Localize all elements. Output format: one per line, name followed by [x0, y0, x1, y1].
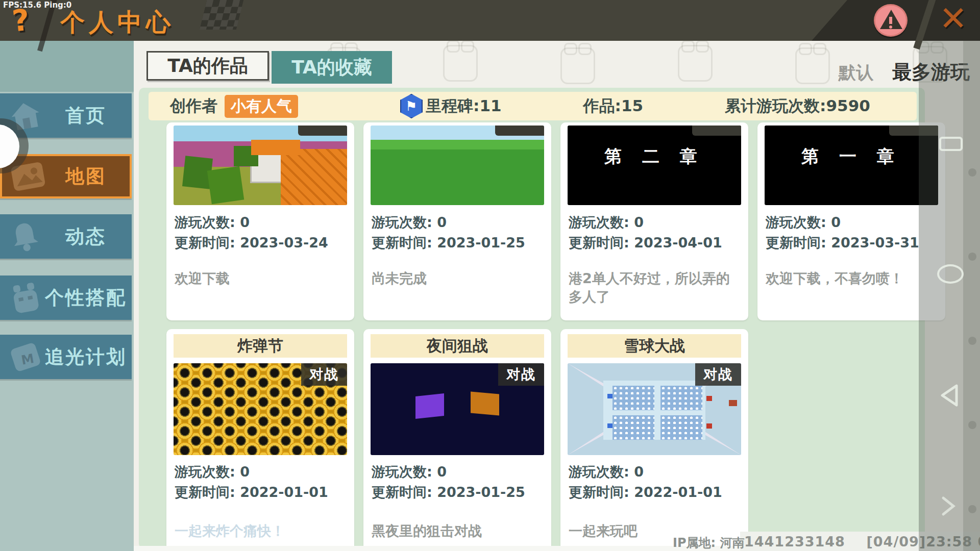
play-count: 游玩次数: 0 [175, 463, 250, 481]
nav-back-button[interactable] [936, 382, 964, 409]
top-bar: FPS:15.6 Ping:0 ? 个人中心 ✕ [0, 0, 980, 41]
total-plays-count: 累计游玩次数:9590 [725, 95, 870, 117]
map-description: 港2单人不好过，所以弄的多人了 [569, 269, 740, 306]
page-title: 个人中心 [60, 6, 175, 39]
bell-icon [7, 218, 43, 255]
map-description: 黑夜里的狙击对战 [372, 522, 543, 540]
update-time: 更新时间: 2023-04-01 [569, 234, 722, 252]
warning-report-button[interactable] [874, 4, 908, 37]
thumb-blue-marker [607, 423, 612, 428]
sidebar-item-label: 个性搭配 [45, 285, 127, 311]
thumb-corner-badge [495, 126, 544, 136]
svg-text:M: M [20, 351, 35, 368]
thumb-blue-marker [607, 394, 612, 398]
ticket-m-icon: M [7, 339, 44, 374]
map-thumbnail: 第 二 章 [568, 126, 741, 205]
sidebar-item-label: 追光计划 [45, 344, 127, 370]
thumb-snow-pad [660, 415, 702, 440]
system-nav-overlay [919, 41, 980, 551]
update-time: 更新时间: 2022-01-01 [569, 483, 722, 502]
map-thumbnail: 对战 [174, 363, 347, 455]
overlay-dot [968, 253, 976, 261]
map-title: 夜间狙战 [371, 334, 544, 358]
map-card[interactable]: 夜间狙战 对战 游玩次数: 0 更新时间: 2023-01-25 黑夜里的狙击对… [363, 329, 551, 551]
nav-home-button[interactable] [937, 264, 964, 284]
tab-his-favorites[interactable]: TA的收藏 [272, 51, 392, 84]
warning-exclamation-dot [889, 26, 892, 29]
map-card[interactable]: 游玩次数: 0 更新时间: 2023-03-24 欢迎下载 [166, 122, 354, 320]
user-id: 1441233148 [744, 534, 845, 549]
overlay-dot [968, 421, 976, 429]
play-count: 游玩次数: 0 [569, 463, 644, 481]
play-count: 游玩次数: 0 [372, 463, 447, 481]
sidebar-item-label: 动态 [65, 224, 106, 249]
nav-recents-button[interactable] [939, 137, 963, 151]
thumb-snow-pad [612, 386, 654, 410]
overlay-dot [968, 168, 976, 177]
play-count: 游玩次数: 0 [569, 213, 644, 232]
overlay-dot [968, 337, 976, 345]
tab-his-works[interactable]: TA的作品 [146, 51, 269, 81]
overlay-edge-strip [963, 41, 980, 551]
chapter-title-text: 第 一 章 [801, 145, 901, 168]
expand-chevron-icon[interactable] [938, 494, 959, 518]
map-card[interactable]: 游玩次数: 0 更新时间: 2023-01-25 尚未完成 [363, 122, 551, 320]
map-thumbnail: 对战 [568, 363, 741, 455]
milestone-flag-icon: ⚑ [400, 94, 423, 118]
play-count: 游玩次数: 0 [175, 213, 250, 232]
watermark-face-icon [443, 45, 478, 82]
works-count: 作品:15 [583, 95, 644, 117]
creator-label: 创作者 [170, 95, 217, 117]
pvp-badge: 对战 [301, 363, 347, 386]
checkered-flag-icon [200, 0, 243, 30]
map-card[interactable]: 雪球大战 对战 游玩次数: 0 更新时间: 2022-01-01 一起来玩吧 [560, 329, 748, 551]
thumb-red-marker [729, 400, 737, 406]
watermark-face-icon [678, 45, 713, 82]
personal-center-screen: TA的作品 TA的收藏 默认 最多游玩 创作者 小有人气 ⚑ 里程碑:11 作品… [0, 0, 980, 551]
play-count: 游玩次数: 0 [766, 213, 841, 232]
watermark-face-icon [795, 47, 830, 84]
thumb-purple-block [415, 393, 444, 419]
overlay-dot [968, 505, 976, 513]
map-description: 尚未完成 [372, 269, 543, 288]
sidebar-item-avatar-style[interactable]: 个性搭配 [0, 276, 132, 320]
creator-info-bar: 创作者 小有人气 ⚑ 里程碑:11 作品:15 累计游玩次数:9590 [149, 92, 917, 120]
update-time: 更新时间: 2022-01-01 [175, 483, 328, 502]
sidebar-item-label: 首页 [65, 103, 106, 129]
map-card[interactable]: 第 二 章 游玩次数: 0 更新时间: 2023-04-01 港2单人不好过，所… [560, 122, 748, 320]
sort-default[interactable]: 默认 [839, 61, 873, 85]
update-time: 更新时间: 2023-03-31 [766, 234, 919, 252]
map-thumbnail [371, 126, 544, 205]
thumb-red-marker [706, 396, 712, 401]
map-thumbnail: 对战 [371, 363, 544, 455]
popularity-badge: 小有人气 [225, 95, 298, 118]
update-time: 更新时间: 2023-01-25 [372, 483, 525, 502]
map-thumbnail [174, 126, 347, 205]
close-button[interactable]: ✕ [939, 0, 967, 38]
help-button[interactable]: ? [11, 2, 32, 38]
thumb-orange-blocks [281, 149, 347, 205]
map-title: 雪球大战 [568, 334, 741, 358]
map-description: 欢迎下载 [175, 269, 346, 288]
map-card[interactable]: 第 一 章 游玩次数: 0 更新时间: 2023-03-31 欢迎下载，不喜勿喷… [757, 122, 945, 320]
milestone-count: 里程碑:11 [426, 95, 502, 117]
thumb-snow-pad [660, 386, 702, 410]
sidebar-item-feed[interactable]: 动态 [0, 214, 132, 259]
thumb-cactus [207, 166, 244, 204]
map-card[interactable]: 炸弹节 对战 游玩次数: 0 更新时间: 2022-01-01 一起来炸个痛快！ [166, 329, 354, 551]
thumb-corner-badge [692, 126, 741, 136]
thumb-red-marker [706, 423, 712, 429]
map-description: 一起来炸个痛快！ [175, 522, 346, 540]
pvp-badge: 对战 [695, 363, 741, 386]
thumb-orange-blocks [251, 140, 300, 155]
sidebar-item-light-chaser[interactable]: M 追光计划 [0, 335, 132, 379]
thumb-snow-pad [612, 415, 654, 440]
update-time: 更新时间: 2023-03-24 [175, 234, 328, 252]
chapter-title-text: 第 二 章 [604, 145, 704, 168]
sidebar: 首页 地图 动态 个性搭配 [0, 41, 134, 551]
warning-exclamation [889, 17, 892, 24]
thumb-orange-block [471, 392, 499, 416]
map-thumbnail: 第 一 章 [765, 126, 938, 205]
ip-location: IP属地: 河南 [673, 535, 744, 551]
pvp-badge: 对战 [498, 363, 544, 386]
